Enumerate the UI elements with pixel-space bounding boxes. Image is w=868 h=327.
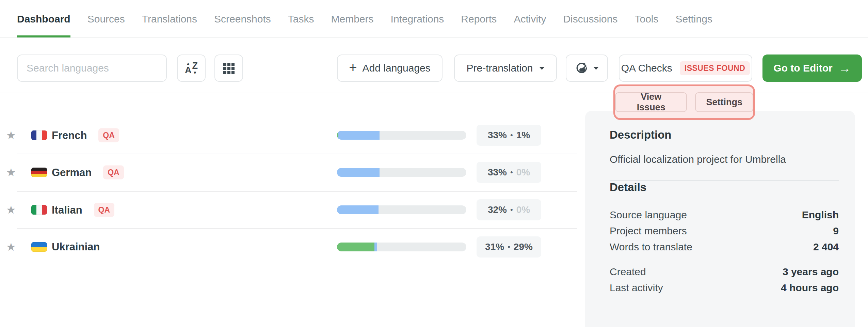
grid-view-button[interactable] — [214, 54, 243, 82]
qa-checks-label: QA Checks — [621, 62, 672, 74]
row-divider — [17, 228, 577, 229]
progress-stats: 32% • 0% — [477, 199, 541, 220]
tab-tasks[interactable]: Tasks — [288, 0, 314, 38]
detail-label: Project members — [610, 223, 687, 239]
qa-issues-badge[interactable]: QA — [94, 203, 115, 217]
go-to-editor-button[interactable]: Go to Editor → — [762, 54, 862, 82]
language-name-link[interactable]: Italian — [52, 204, 82, 216]
description-text: Official localization project for Umbrel… — [610, 154, 839, 165]
arrow-right-icon: → — [839, 62, 851, 74]
detail-value: 3 years ago — [783, 264, 839, 280]
french-flag-icon — [31, 130, 47, 140]
details-title: Details — [610, 181, 839, 194]
details-list: Source language English Project members … — [610, 207, 839, 296]
description-title: Description — [610, 128, 839, 141]
translation-progress-bar — [337, 205, 466, 214]
qa-issues-badge[interactable]: QA — [98, 128, 119, 142]
detail-label: Words to translate — [610, 239, 692, 255]
translated-percent: 33% — [488, 167, 507, 178]
dot-separator: • — [508, 243, 510, 251]
tab-translations[interactable]: Translations — [142, 0, 197, 38]
add-languages-button[interactable]: + Add languages — [337, 54, 443, 82]
tab-activity[interactable]: Activity — [514, 0, 546, 38]
qa-checks-button[interactable]: QA Checks ISSUES FOUND — [619, 54, 752, 82]
translation-progress-bar — [337, 168, 466, 177]
tab-reports[interactable]: Reports — [461, 0, 497, 38]
approved-percent: 29% — [514, 242, 533, 252]
dot-separator: • — [510, 205, 513, 214]
language-row-german[interactable]: ★ German QA 33% • 0% — [0, 159, 579, 186]
language-name-link[interactable]: German — [52, 166, 92, 178]
translated-percent: 33% — [488, 130, 507, 141]
grid-view-icon — [223, 63, 235, 74]
ukrainian-flag-icon — [31, 242, 47, 252]
progress-stats: 31% • 29% — [477, 236, 541, 258]
detail-row: Words to translate 2 404 — [610, 239, 839, 255]
project-nav-tabs: Dashboard Sources Translations Screensho… — [17, 0, 712, 38]
approved-percent: 0% — [516, 204, 530, 215]
detail-value: 9 — [833, 223, 839, 239]
tab-discussions[interactable]: Discussions — [563, 0, 617, 38]
language-row-ukrainian[interactable]: ★ Ukrainian 31% • 29% — [0, 233, 579, 261]
german-flag-icon — [31, 168, 47, 177]
nav-divider — [0, 37, 868, 38]
detail-value: 4 hours ago — [781, 280, 839, 296]
translation-progress-bar — [337, 131, 466, 140]
project-dashboard-page: Dashboard Sources Translations Screensho… — [0, 0, 868, 327]
qa-issues-badge[interactable]: QA — [103, 166, 124, 180]
pre-translation-label: Pre-translation — [466, 62, 533, 74]
approved-percent: 1% — [516, 130, 530, 141]
add-languages-label: Add languages — [363, 62, 431, 74]
favorite-star-icon[interactable]: ★ — [6, 166, 16, 179]
tab-integrations[interactable]: Integrations — [391, 0, 444, 38]
favorite-star-icon[interactable]: ★ — [6, 240, 16, 253]
view-issues-button[interactable]: View Issues — [615, 92, 687, 112]
tab-members[interactable]: Members — [331, 0, 374, 38]
row-divider — [17, 154, 577, 154]
language-row-french[interactable]: ★ French QA 33% • 1% — [0, 122, 579, 149]
language-name-link[interactable]: French — [52, 129, 87, 141]
sort-alphabetical-button[interactable]: ▲A Z▼ — [177, 54, 206, 82]
dot-separator: • — [510, 131, 513, 140]
favorite-star-icon[interactable]: ★ — [6, 129, 16, 142]
detail-row: Project members 9 — [610, 223, 839, 239]
detail-value: 2 404 — [813, 239, 839, 255]
detail-row: Created 3 years ago — [610, 264, 839, 280]
tab-tools[interactable]: Tools — [634, 0, 658, 38]
project-details-panel: Description Official localization projec… — [585, 111, 855, 327]
cloud-sync-icon — [575, 61, 589, 75]
approved-percent: 0% — [516, 167, 530, 178]
language-name-link[interactable]: Ukrainian — [52, 241, 100, 253]
progress-stats: 33% • 0% — [477, 162, 541, 183]
favorite-star-icon[interactable]: ★ — [6, 203, 16, 216]
detail-value: English — [802, 207, 839, 223]
issues-found-badge: ISSUES FOUND — [680, 61, 750, 75]
translated-percent: 32% — [488, 204, 507, 215]
pre-translation-dropdown[interactable]: Pre-translation — [454, 54, 557, 82]
detail-label: Last activity — [610, 280, 663, 296]
chevron-down-icon — [539, 67, 545, 70]
sort-alphabetical-icon: ▲A Z▼ — [185, 61, 198, 75]
tab-sources[interactable]: Sources — [87, 0, 125, 38]
detail-row: Source language English — [610, 207, 839, 223]
detail-label: Created — [610, 264, 646, 280]
italian-flag-icon — [31, 205, 47, 215]
go-to-editor-label: Go to Editor — [773, 62, 832, 74]
plus-icon: + — [349, 61, 357, 74]
qa-checks-popover-highlight: View Issues Settings — [613, 84, 755, 120]
detail-row: Last activity 4 hours ago — [610, 280, 839, 296]
row-divider — [17, 191, 577, 192]
dot-separator: • — [510, 168, 513, 177]
translated-percent: 31% — [485, 242, 504, 252]
translation-progress-bar — [337, 243, 466, 251]
cloud-sync-dropdown[interactable] — [566, 54, 608, 82]
detail-label: Source language — [610, 207, 687, 223]
progress-stats: 33% • 1% — [477, 125, 541, 146]
chevron-down-icon — [593, 67, 599, 70]
tab-screenshots[interactable]: Screenshots — [214, 0, 271, 38]
qa-settings-button[interactable]: Settings — [695, 92, 753, 112]
search-languages-input[interactable] — [17, 54, 167, 82]
tab-settings[interactable]: Settings — [676, 0, 712, 38]
language-row-italian[interactable]: ★ Italian QA 32% • 0% — [0, 196, 579, 223]
tab-dashboard[interactable]: Dashboard — [17, 0, 70, 38]
